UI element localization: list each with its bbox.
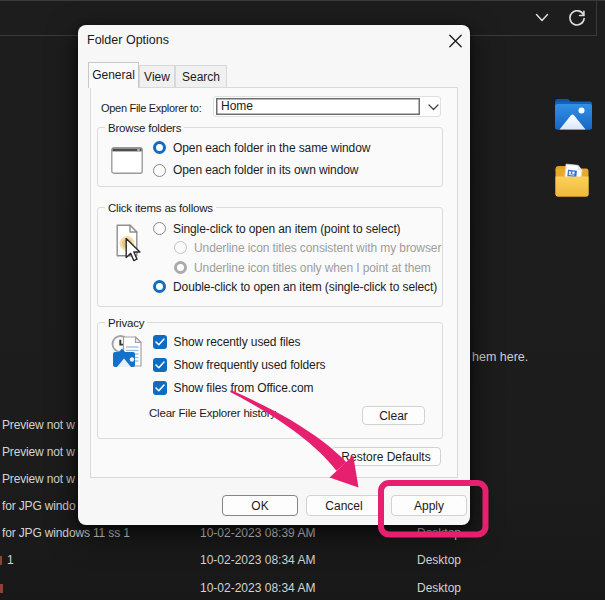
radio-option: Underline icon titles consistent with my… [174, 241, 441, 255]
radio-option: Open each folder in its own window [153, 163, 358, 177]
apply-button[interactable]: Apply [391, 495, 467, 516]
radio-selected[interactable] [153, 280, 166, 293]
group-label: Browse folders [105, 121, 184, 135]
checkbox-option: Show recently used files [153, 335, 301, 349]
checkbox-checked[interactable] [153, 381, 167, 395]
open-to-combobox[interactable]: Home [216, 98, 420, 115]
radio-unselected[interactable] [153, 222, 166, 235]
radio-disabled [174, 241, 187, 254]
chevron-down-icon[interactable] [535, 13, 549, 23]
folder-window-icon [111, 147, 143, 174]
file-name[interactable]: 1 [7, 553, 14, 568]
file-name[interactable]: for JPG windows 11 ss 1 [2, 526, 130, 541]
documents-folder-icon[interactable] [554, 161, 590, 199]
check-icon [155, 338, 165, 346]
radio-selected[interactable] [153, 141, 166, 154]
dialog-title: Folder Options [87, 33, 169, 47]
group-label: Click items as follows [105, 201, 216, 215]
ok-button[interactable]: OK [222, 495, 298, 516]
checkbox-option: Show files from Office.com [153, 381, 314, 395]
file-location: Desktop [417, 526, 461, 541]
check-icon [155, 384, 165, 392]
close-icon[interactable] [448, 34, 463, 48]
radio-option: Single-click to open an item (point to s… [153, 222, 401, 236]
file-date: 10-02-2023 08:34 AM [200, 581, 315, 596]
radio-option: Double-click to open an item (single-cli… [153, 280, 437, 294]
empty-folder-message-fragment: hem here. [472, 350, 528, 365]
radio-option: Open each folder in the same window [153, 141, 370, 155]
checkbox-option: Show frequently used folders [153, 358, 326, 372]
clipped-file-icon [0, 584, 3, 593]
checkbox-checked[interactable] [153, 358, 167, 372]
recent-files-icon [111, 334, 142, 367]
group-label: Privacy [105, 316, 147, 330]
clear-history-label: Clear File Explorer history [149, 406, 276, 420]
browse-folders-group: Browse folders [97, 127, 443, 187]
file-location: Desktop [417, 581, 461, 596]
file-name[interactable]: Preview not w [2, 418, 75, 433]
chevron-down-icon [428, 104, 439, 111]
checkbox-checked[interactable] [153, 335, 167, 349]
toolbar-right-edge [596, 1, 597, 35]
restore-defaults-button[interactable]: Restore Defaults [331, 447, 441, 466]
refresh-icon[interactable] [568, 10, 586, 27]
file-name[interactable]: Preview not w [2, 472, 75, 487]
cancel-button[interactable]: Cancel [306, 495, 382, 516]
file-name[interactable]: Preview not w [2, 445, 75, 460]
file-date: 10-02-2023 08:34 AM [200, 553, 315, 568]
file-date: 10-02-2023 08:39 AM [200, 526, 315, 541]
tab-view[interactable]: View [139, 65, 175, 87]
radio-option: Underline icon titles only when I point … [174, 261, 431, 275]
tab-general[interactable]: General [88, 62, 139, 88]
open-to-label: Open File Explorer to: [101, 101, 201, 115]
radio-disabled-selected [174, 261, 187, 274]
radio-unselected[interactable] [153, 164, 166, 177]
document-pointer-icon [116, 224, 144, 264]
file-location: Desktop [417, 553, 461, 568]
window-top-edge [0, 0, 605, 1]
folder-options-dialog: Folder Options General View Search Open … [78, 25, 470, 525]
screen: hem here. Preview not w Preview not w Pr… [0, 0, 605, 600]
file-name[interactable]: for JPG windo [2, 499, 75, 514]
clipped-file-icon [0, 556, 2, 565]
pictures-folder-icon[interactable] [553, 95, 594, 133]
clear-button[interactable]: Clear [362, 406, 425, 425]
combobox-dropdown-button[interactable] [422, 99, 444, 115]
tab-search[interactable]: Search [175, 65, 227, 87]
check-icon [155, 361, 165, 369]
